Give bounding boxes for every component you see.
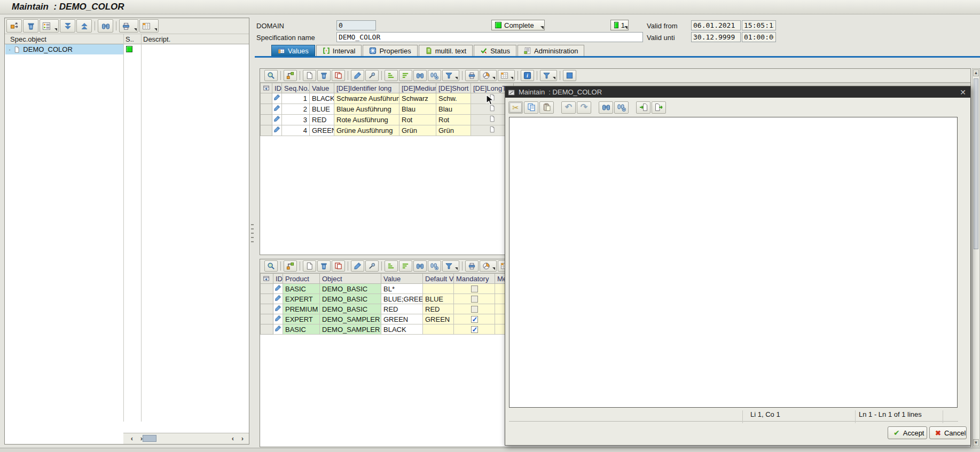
cancel-button[interactable]: ✖ Cancel: [929, 426, 967, 439]
views-button[interactable]: [480, 70, 497, 81]
hierarchy-button[interactable]: [284, 70, 297, 81]
delete-row-button[interactable]: [317, 260, 331, 272]
select-all-corner[interactable]: [261, 83, 272, 93]
row-selector[interactable]: [261, 304, 273, 314]
col-default-value[interactable]: Default Va: [423, 274, 454, 284]
append-row-button[interactable]: [303, 70, 316, 81]
edit-pencil-cell[interactable]: [272, 115, 282, 125]
delete-row-button[interactable]: [317, 70, 331, 81]
col-id[interactable]: ID: [273, 274, 283, 284]
cut-button[interactable]: ✂: [508, 101, 523, 114]
filter-values-button[interactable]: [540, 70, 557, 81]
short-cell[interactable]: Blau: [436, 104, 471, 115]
value-cell[interactable]: RED: [310, 115, 334, 125]
undo-button[interactable]: ↶: [561, 101, 576, 114]
find-next-button[interactable]: [428, 70, 441, 81]
valid-until-time-field[interactable]: [742, 32, 776, 42]
seq-cell[interactable]: 4: [282, 125, 310, 136]
sort-descending-button[interactable]: [399, 70, 412, 81]
seq-cell[interactable]: 2: [282, 104, 310, 115]
col-seq-no[interactable]: Seq.No.: [282, 83, 310, 93]
product-cell[interactable]: BASIC: [283, 284, 320, 294]
tab-interval[interactable]: Interval: [316, 45, 362, 56]
details-button[interactable]: [264, 70, 278, 81]
row-selector[interactable]: [261, 284, 273, 294]
mandatory-checkbox[interactable]: [471, 306, 478, 313]
identifier-long-cell[interactable]: Grüne Ausführung: [334, 125, 399, 136]
valid-from-date-field[interactable]: [691, 20, 741, 30]
value-cell[interactable]: BLUE: [310, 104, 334, 115]
scroll-up-icon[interactable]: ▲: [973, 69, 979, 76]
mandatory-checkbox[interactable]: [471, 296, 478, 303]
valid-from-time-field[interactable]: [742, 20, 776, 30]
edit-pencil-cell[interactable]: [272, 125, 282, 136]
col-mandatory[interactable]: Mandatory: [454, 274, 495, 284]
value-cell[interactable]: GREEN: [381, 314, 423, 324]
col-medium[interactable]: [DE]Medium: [399, 83, 436, 93]
tab-status[interactable]: Status: [474, 45, 516, 56]
product-cell[interactable]: BASIC: [283, 324, 320, 335]
paste-button[interactable]: [539, 101, 554, 114]
value-cell[interactable]: GREEN: [310, 125, 334, 136]
layout-button[interactable]: [498, 70, 515, 81]
short-cell[interactable]: Schw.: [436, 93, 471, 104]
find-next-button[interactable]: [428, 260, 441, 272]
col-description[interactable]: Descript.: [143, 35, 170, 43]
import-text-button[interactable]: [636, 101, 650, 114]
product-cell[interactable]: EXPERT: [283, 314, 320, 324]
assign-transfer-button[interactable]: [6, 19, 22, 33]
short-cell[interactable]: Rot: [436, 115, 471, 125]
edit-pencil-cell[interactable]: [273, 294, 283, 304]
dialog-titlebar[interactable]: Maintain : DEMO_COLOR ✕: [505, 86, 970, 98]
expand-all-button[interactable]: [60, 19, 75, 33]
accept-button[interactable]: ✔ Accept: [888, 426, 927, 439]
col-id[interactable]: ID: [272, 83, 282, 93]
redo-button[interactable]: ↷: [577, 101, 591, 114]
sort-ascending-button[interactable]: [385, 70, 398, 81]
edit-button[interactable]: [351, 260, 364, 272]
value-cell[interactable]: BLUE;GREEN: [381, 294, 423, 304]
short-cell[interactable]: Grün: [436, 125, 471, 136]
copy-row-button[interactable]: [332, 70, 345, 81]
views-button[interactable]: [480, 260, 497, 272]
col-status[interactable]: S..: [126, 35, 134, 43]
sort-ascending-button[interactable]: [385, 260, 398, 272]
valid-until-date-field[interactable]: [691, 32, 741, 42]
object-cell[interactable]: DEMO_SAMPLER: [320, 324, 381, 335]
row-selector[interactable]: [261, 125, 272, 136]
print-button[interactable]: [465, 70, 479, 81]
complete-status-dropdown[interactable]: Complete: [491, 20, 545, 30]
edit-button[interactable]: [351, 70, 364, 81]
seq-cell[interactable]: 3: [282, 115, 310, 125]
row-selector[interactable]: [261, 93, 272, 104]
default-value-cell[interactable]: [423, 284, 454, 294]
col-value[interactable]: Value: [310, 83, 334, 93]
edit-pencil-cell[interactable]: [273, 284, 283, 294]
scroll-left-icon[interactable]: ‹: [229, 434, 237, 442]
find-button[interactable]: [599, 101, 613, 114]
info-button[interactable]: [521, 70, 534, 81]
select-all-corner[interactable]: [261, 274, 273, 284]
product-cell[interactable]: PREMIUM: [283, 304, 320, 314]
main-vertical-scrollbar[interactable]: ▲ ▼: [972, 68, 980, 447]
collapse-all-button[interactable]: [76, 19, 92, 33]
value-cell[interactable]: RED: [381, 304, 423, 314]
medium-cell[interactable]: Rot: [399, 115, 436, 125]
tab-administration[interactable]: Administration: [518, 45, 584, 56]
append-row-button[interactable]: [303, 260, 316, 272]
value-cell[interactable]: BLACK: [310, 93, 334, 104]
row-selector[interactable]: [261, 294, 273, 304]
details-button[interactable]: [264, 260, 278, 272]
value-cell[interactable]: BLACK: [381, 324, 423, 335]
find-next-button[interactable]: [614, 101, 629, 114]
col-object[interactable]: Object: [320, 274, 381, 284]
object-cell[interactable]: DEMO_SAMPLER: [320, 314, 381, 324]
col-product[interactable]: Product: [283, 274, 320, 284]
row-selector[interactable]: [261, 104, 272, 115]
object-cell[interactable]: DEMO_BASIC: [320, 304, 381, 314]
medium-cell[interactable]: Blau: [399, 104, 436, 115]
hierarchy-button[interactable]: [284, 260, 297, 272]
edit-pencil-cell[interactable]: [273, 304, 283, 314]
identifier-long-cell[interactable]: Schwarze Ausführung: [334, 93, 399, 104]
link-button[interactable]: [365, 260, 379, 272]
